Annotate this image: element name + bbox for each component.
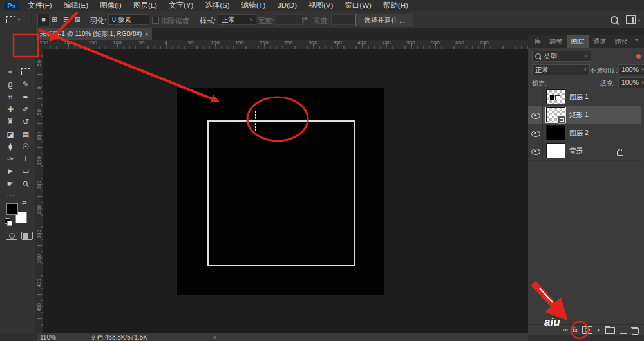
fill-field[interactable]: 100% ˅ [618,77,644,88]
brush-tool[interactable]: ✐ [19,103,33,115]
layer-thumbnail[interactable] [546,89,565,104]
menu-help[interactable]: 帮助(H) [377,0,414,11]
add-to-selection[interactable]: ⊞ [49,14,60,25]
eyedropper-tool[interactable]: ✒ [19,91,33,102]
zoom-tool[interactable]: ⚲ [19,178,33,189]
gradient-tool[interactable]: ▤ [19,128,33,140]
eraser-tool[interactable]: ◪ [3,128,17,140]
select-and-mask-button[interactable]: 选择并遮住 ... [355,14,413,26]
visibility-eye-toggle[interactable] [528,106,543,124]
rectangular-marquee-tool[interactable] [19,66,33,77]
panel-tab-通道[interactable]: 通道 [589,35,611,48]
path-selection-tool[interactable]: ► [3,165,17,176]
menu-type[interactable]: 文字(Y) [163,0,199,11]
dodge-tool[interactable]: ☉ [19,140,33,152]
filter-toggle[interactable] [636,54,641,59]
antialias-checkbox[interactable] [152,17,159,24]
status-chevron-icon[interactable]: › [214,333,216,341]
eyedropper-tool-icon: ✒ [23,93,29,102]
horizontal-ruler[interactable]: 2502001501005005010015020025030035040045… [43,40,528,50]
menu-select[interactable]: 选择(S) [199,0,235,11]
layer-row[interactable]: 矩形 1 [528,106,641,125]
chevron-down-icon: ˅ [641,65,644,75]
panel-menu-icon[interactable]: ≡ [635,37,639,44]
swap-dimensions-icon[interactable]: ⇄ [301,15,307,24]
feather-input[interactable]: 0 像素 [108,14,149,25]
new-group-icon[interactable] [605,327,615,334]
layer-name[interactable]: 图层 2 [569,129,589,138]
pasteboard[interactable] [43,49,528,333]
blend-mode-dropdown[interactable]: 正常 ˅ [532,64,590,75]
layer-row[interactable]: 背景 [528,142,641,161]
fill-label: 填充: [600,79,615,88]
layer-name[interactable]: 背景 [569,147,583,156]
width-input[interactable] [276,14,303,25]
filter-kind-dropdown[interactable]: 类型 ˅ [532,51,591,62]
link-layers-icon[interactable]: ∞ [564,325,568,335]
quick-selection-tool[interactable]: ✎ [19,78,33,89]
menu-edit[interactable]: 编辑(E) [58,0,94,11]
layer-style-icon[interactable]: fx [573,325,578,335]
h-ruler-label: 250 [284,40,292,46]
new-layer-icon[interactable] [620,327,627,334]
opacity-field[interactable]: 100% ˅ [618,64,644,75]
close-tab-icon[interactable]: × [145,30,152,38]
delete-layer-icon[interactable] [632,328,639,335]
panel-footer [528,335,644,341]
rectangle-tool[interactable]: ▭ [19,165,33,176]
menu-filter[interactable]: 滤镜(T) [236,0,272,11]
menu-window[interactable]: 窗口(W) [339,0,377,11]
chevron-down-icon[interactable]: ˅ [638,18,641,24]
workspace-switcher-icon[interactable] [626,15,636,24]
panel-tab-路径[interactable]: 路径 [611,35,632,48]
document-tab[interactable]: 未标题-1 @ 110% (矩形 1, RGB/8#) * × [36,28,152,40]
visibility-toggle-empty[interactable] [528,88,543,106]
pen-tool[interactable]: ✑ [3,152,17,164]
edit-toolbar-button[interactable]: ⋯ [3,189,17,201]
intersect-selection[interactable]: ⊠ [72,14,83,25]
hand-tool-icon: ☛ [7,180,14,189]
clone-stamp-tool[interactable]: ♜ [3,115,17,127]
panel-tab-图层[interactable]: 图层 [567,35,589,48]
zoom-level[interactable]: 110% [40,333,56,341]
hand-tool[interactable]: ☛ [3,178,17,189]
default-colors-icon[interactable] [5,218,10,224]
move-tool[interactable]: ⌖ [3,66,17,77]
fill-value: 100% [621,78,639,88]
search-icon[interactable] [611,16,618,24]
clone-stamp-tool-icon: ♜ [7,117,14,126]
quick-mask-button[interactable] [6,232,17,240]
panel-tab-调整[interactable]: 调整 [545,35,567,48]
type-tool[interactable]: T [19,152,33,164]
menu-layer[interactable]: 图层(L) [128,0,163,11]
screen-mode-button[interactable] [21,232,33,240]
swap-colors-icon[interactable]: ⇄ [22,199,27,206]
layer-name[interactable]: 图层 1 [569,93,589,102]
crop-tool[interactable]: ⌗ [3,91,17,102]
menu-3d[interactable]: 3D(D) [271,0,303,11]
subtract-from-selection[interactable]: ⊟ [61,14,71,25]
visibility-eye-toggle[interactable] [528,124,543,142]
layer-thumbnail[interactable] [546,143,565,158]
layer-row[interactable]: 图层 1 [528,88,641,107]
menu-view[interactable]: 视图(V) [303,0,339,11]
foreground-color-swatch[interactable] [6,203,18,215]
height-input[interactable] [331,14,358,25]
layer-name[interactable]: 矩形 1 [569,111,589,120]
menu-image[interactable]: 图像(I) [94,0,128,11]
tool-preset-picker[interactable]: ˅ [4,14,28,26]
new-adjustment-layer-icon[interactable]: ◐ [597,325,601,335]
lasso-tool[interactable]: ϱ [3,78,17,89]
style-dropdown[interactable]: 正常 ˅ [218,14,256,25]
layer-thumbnail[interactable] [546,125,565,140]
menu-file[interactable]: 文件(F) [22,0,58,11]
blur-tool[interactable]: ⧫ [3,140,17,152]
spot-healing-brush-tool[interactable]: ✚ [3,103,17,115]
layer-row[interactable]: 图层 2 [528,124,641,143]
add-layer-mask-icon[interactable] [582,326,592,334]
history-brush-tool[interactable]: ↺ [19,115,33,127]
visibility-eye-toggle[interactable] [528,142,543,160]
panel-tab-库[interactable]: 库 [531,35,545,48]
new-selection[interactable]: ■ [37,14,50,26]
canvas[interactable] [177,88,384,295]
